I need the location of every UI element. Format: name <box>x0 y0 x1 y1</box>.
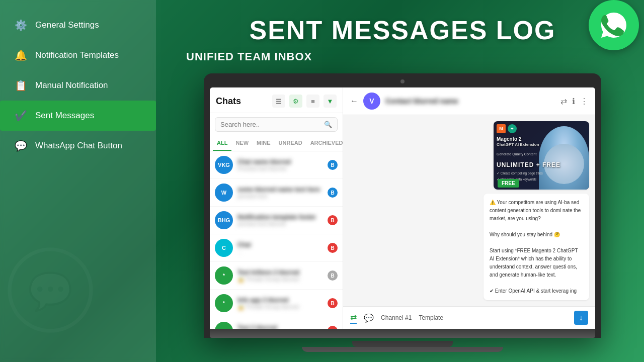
tab-template-label[interactable]: Template <box>419 314 443 321</box>
sidebar-item-label: Sent Messages <box>35 111 94 121</box>
chat-preview: Preview text blurred <box>237 165 323 171</box>
tab-mine[interactable]: MINE <box>253 136 275 151</box>
list-item[interactable]: C Chat ... B <box>210 234 343 262</box>
back-button[interactable]: ← <box>350 97 358 106</box>
tab-archived[interactable]: ARCHIEVED <box>306 136 347 151</box>
chat-badge: B <box>328 188 338 198</box>
chat-name: some blurred name text here <box>237 186 323 193</box>
chat-icon: 💬 <box>14 140 27 152</box>
info-icon[interactable]: ℹ <box>572 97 575 106</box>
search-icon: 🔍 <box>324 121 332 128</box>
icon-bot-btn[interactable]: ⚙ <box>289 95 302 108</box>
chat-preview: ... <box>237 248 323 254</box>
tab-new[interactable]: NEW <box>231 136 253 151</box>
page-subtitle: UNIFIED TEAM INBOX <box>186 50 624 63</box>
sidebar-item-manual-notification[interactable]: 📋 Manual Notification <box>0 70 156 101</box>
chat-badge: B <box>328 243 338 253</box>
free-badge: FREE <box>498 179 519 188</box>
chat-tabs: ALL NEW MINE UNREAD ARCHIEVED <box>210 136 343 151</box>
list-item[interactable]: BHG Notification template footer preview… <box>210 207 343 234</box>
icon-filter-btn[interactable]: ≡ <box>306 95 319 108</box>
chats-title: Chats <box>216 96 241 107</box>
bell-icon: 🔔 <box>14 49 27 61</box>
chat-name: Info app 2 blurred <box>237 297 323 304</box>
chat-preview: 🔒 Private Group blurred <box>237 276 323 283</box>
avatar: * <box>215 294 233 312</box>
sidebar-item-sent-messages[interactable]: ✔️ Sent Messages <box>0 101 156 131</box>
chat-info: Info app 2 blurred 🔒 Private Group blurr… <box>237 297 323 310</box>
chat-name: Chat name blurred <box>237 158 323 165</box>
more-icon[interactable]: ⋮ <box>580 97 588 106</box>
message-card: M ✦ Magento 2 ChatGPT AI Extension Gener… <box>494 121 589 190</box>
chat-preview: preview text <box>237 193 323 199</box>
messages-area: M ✦ Magento 2 ChatGPT AI Extension Gener… <box>343 115 595 306</box>
laptop-screen: Chats ☰ ⚙ ≡ ▼ 🔍 ALL NE <box>210 87 595 329</box>
chat-preview: preview text blurred <box>237 221 323 227</box>
sidebar-item-notification-templates[interactable]: 🔔 Notification Templates <box>0 40 156 70</box>
whatsapp-logo <box>589 0 639 50</box>
sidebar-item-whatsapp-chat[interactable]: 💬 WhatsApp Chat Button <box>0 131 156 161</box>
chats-icons: ☰ ⚙ ≡ ▼ <box>272 95 337 108</box>
list-item[interactable]: VKG Chat name blurred Preview text blurr… <box>210 151 343 179</box>
gear-icon: ⚙️ <box>14 19 27 31</box>
laptop-foot <box>302 347 503 352</box>
message-text: ⚠️ Your competitors are using AI-ba sed … <box>484 194 589 300</box>
svg-text:💬: 💬 <box>28 270 73 313</box>
chat-main: ← V Contact blurred name ⇄ ℹ ⋮ <box>343 87 595 329</box>
avatar: C <box>215 239 233 257</box>
sidebar: ⚙️ General Settings 🔔 Notification Templ… <box>0 0 156 362</box>
icon-funnel-btn[interactable]: ▼ <box>324 95 337 108</box>
avatar: VKG <box>215 156 233 174</box>
chat-name: Test InStore 2 blurred <box>237 269 323 276</box>
list-item[interactable]: W some blurred name text here preview te… <box>210 179 343 207</box>
transfer-icon[interactable]: ⇄ <box>560 97 567 106</box>
chat-info: Chat name blurred Preview text blurred <box>237 158 323 171</box>
tab-exchange-icon[interactable]: ⇄ <box>350 312 357 324</box>
chat-info: Test 2 blurred 🔒 Private Group blurred <box>237 324 323 329</box>
checkmark-icon: ✔️ <box>14 110 27 122</box>
chats-header: Chats ☰ ⚙ ≡ ▼ <box>210 87 343 113</box>
list-item[interactable]: * Info app 2 blurred 🔒 Private Group blu… <box>210 290 343 317</box>
tab-channel-label[interactable]: Channel #1 <box>381 314 412 321</box>
list-item[interactable]: * Test InStore 2 blurred 🔒 Private Group… <box>210 262 343 290</box>
tab-all[interactable]: ALL <box>213 136 231 151</box>
scroll-down-button[interactable]: ↓ <box>574 311 588 325</box>
laptop-mockup: Chats ☰ ⚙ ≡ ▼ 🔍 ALL NE <box>204 73 601 338</box>
laptop-stand <box>352 341 453 347</box>
search-box[interactable]: 🔍 <box>215 117 338 132</box>
sidebar-item-label: Manual Notification <box>35 80 108 90</box>
chat-badge: B <box>328 215 338 225</box>
chat-info: some blurred name text here preview text <box>237 186 323 199</box>
main-content: SENT MESSAGES LOG UNIFIED TEAM INBOX Cha… <box>156 0 644 362</box>
chat-name: Test 2 blurred <box>237 324 323 329</box>
page-title: SENT MESSAGES LOG <box>181 15 624 45</box>
chat-info: Chat ... <box>237 241 323 254</box>
laptop-container: Chats ☰ ⚙ ≡ ▼ 🔍 ALL NE <box>181 73 624 341</box>
chat-topbar: ← V Contact blurred name ⇄ ℹ ⋮ <box>343 87 595 115</box>
list-item[interactable]: * Test 2 blurred 🔒 Private Group blurred… <box>210 317 343 329</box>
chat-badge: B <box>328 160 338 170</box>
chat-preview: 🔒 Private Group blurred <box>237 304 323 310</box>
card-image: M ✦ Magento 2 ChatGPT AI Extension Gener… <box>494 121 589 190</box>
tab-unread[interactable]: UNREAD <box>275 136 306 151</box>
chat-name: Chat <box>237 241 323 248</box>
icon-list-btn[interactable]: ☰ <box>272 95 285 108</box>
search-input[interactable] <box>220 121 321 128</box>
chat-sidebar: Chats ☰ ⚙ ≡ ▼ 🔍 ALL NE <box>210 87 343 329</box>
chat-bottom-tabs: ⇄ 💬 Channel #1 Template ↓ <box>343 306 595 329</box>
sidebar-item-label: WhatsApp Chat Button <box>35 141 122 151</box>
chat-badge: B <box>328 326 338 329</box>
chat-list: VKG Chat name blurred Preview text blurr… <box>210 151 343 329</box>
contact-name: Contact blurred name <box>385 97 555 105</box>
laptop-camera <box>400 79 405 83</box>
chat-name: Notification template footer <box>237 214 323 221</box>
chat-info: Test InStore 2 blurred 🔒 Private Group b… <box>237 269 323 283</box>
tab-comment-icon[interactable]: 💬 <box>364 313 374 323</box>
avatar: BHG <box>215 211 233 229</box>
sidebar-item-label: General Settings <box>35 20 99 30</box>
avatar: * <box>215 322 233 329</box>
topbar-actions: ⇄ ℹ ⋮ <box>560 97 588 106</box>
sidebar-item-general-settings[interactable]: ⚙️ General Settings <box>0 10 156 40</box>
contact-avatar: V <box>363 93 380 110</box>
clipboard-icon: 📋 <box>14 79 27 92</box>
